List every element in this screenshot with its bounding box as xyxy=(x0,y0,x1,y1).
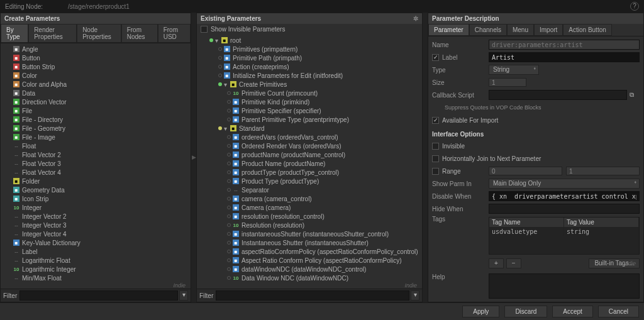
tree-item[interactable]: ■Product Name (productName) xyxy=(197,159,422,168)
panel-divider[interactable]: ▶ xyxy=(191,13,196,302)
type-item[interactable]: --Label xyxy=(1,247,191,256)
tree-item[interactable]: ■aspectRatioConformPolicy (aspectRatioCo… xyxy=(197,247,422,256)
apply-button[interactable]: Apply xyxy=(462,306,499,317)
tree-item[interactable]: ■Aspect Ratio Conform Policy (aspectRati… xyxy=(197,256,422,265)
type-item[interactable]: --Float xyxy=(1,141,191,150)
label-field[interactable] xyxy=(489,52,640,62)
tree-folder[interactable]: ▾■Create Primitives xyxy=(197,80,422,89)
tree-item[interactable]: 10Data Window NDC (dataWindowNDC) xyxy=(197,273,422,282)
tree-item[interactable]: ■Instantaneous Shutter (instantaneousShu… xyxy=(197,238,422,247)
type-item[interactable]: ■File - Directory xyxy=(1,115,191,124)
type-item[interactable]: ■File - Geometry xyxy=(1,124,191,133)
tab-from-nodes[interactable]: From Nodes xyxy=(121,24,158,43)
hjoin-checkbox[interactable] xyxy=(432,155,439,162)
show-invisible-checkbox[interactable] xyxy=(201,26,208,33)
type-item[interactable]: 10Integer xyxy=(1,203,191,212)
tree-item[interactable]: ■productName (productName_control) xyxy=(197,150,422,159)
callback-lang-icon[interactable]: ⧉ xyxy=(630,91,640,99)
help-field[interactable] xyxy=(489,273,640,299)
tab-import[interactable]: Import xyxy=(534,24,563,36)
expand-icon[interactable]: ▾ xyxy=(215,37,220,44)
type-item[interactable]: --Logarithmic Float xyxy=(1,256,191,265)
type-item[interactable]: ■Button Strip xyxy=(1,62,191,71)
help-icon[interactable]: ? xyxy=(630,2,639,11)
tree-item[interactable]: ■Parent Primitive Type (parentprimtype) xyxy=(197,115,422,124)
type-item[interactable]: ■File - Image xyxy=(1,133,191,141)
expand-icon[interactable]: ▾ xyxy=(224,81,229,88)
tab-channels[interactable]: Channels xyxy=(469,24,507,36)
type-item[interactable]: ■File xyxy=(1,106,191,115)
showparm-select[interactable]: Main Dialog Only xyxy=(489,179,640,189)
filter-dropdown-icon[interactable]: ▾ xyxy=(179,290,188,301)
type-item[interactable]: --Integer Vector 2 xyxy=(1,212,191,221)
tree-item[interactable]: ■Initialize Parameters for Edit (initfor… xyxy=(197,71,422,80)
tag-add-button[interactable]: + xyxy=(489,258,504,268)
tree-item[interactable]: ■resolution (resolution_control) xyxy=(197,212,422,221)
type-list[interactable]: ■Angle■Button■Button Strip■Color■Color a… xyxy=(1,43,191,282)
tree-root[interactable]: ▾■root xyxy=(197,36,422,45)
tab-render-properties[interactable]: Render Properties xyxy=(28,24,77,43)
type-item[interactable]: 10Logarithmic Integer xyxy=(1,265,191,273)
type-item[interactable]: ■Data xyxy=(1,89,191,97)
type-item[interactable]: ■Button xyxy=(1,53,191,62)
tree-item[interactable]: --Separator xyxy=(197,185,422,194)
callback-field[interactable] xyxy=(489,90,627,100)
type-item[interactable]: ■Direction Vector xyxy=(1,97,191,106)
tree-folder[interactable]: ▾■Standard xyxy=(197,124,422,133)
tree-item[interactable]: ■Ordered Render Vars (orderedVars) xyxy=(197,141,422,150)
type-item[interactable]: ■Folder xyxy=(1,177,191,185)
discard-button[interactable]: Discard xyxy=(504,306,547,317)
tag-name-cell[interactable]: usdvaluetype xyxy=(489,227,564,236)
expand-icon[interactable]: ▾ xyxy=(224,125,229,132)
tab-from-usd[interactable]: From USD xyxy=(158,24,191,43)
tab-action-button[interactable]: Action Button xyxy=(563,24,611,36)
tree-item[interactable]: ■instantaneousShutter (instantaneousShut… xyxy=(197,229,422,238)
tree-item[interactable]: 10Resolution (resolution) xyxy=(197,221,422,229)
tag-value-cell[interactable]: string xyxy=(564,227,639,236)
range-checkbox[interactable] xyxy=(432,168,439,175)
type-item[interactable]: --Float Vector 3 xyxy=(1,159,191,168)
type-item[interactable]: ■Color and Alpha xyxy=(1,80,191,89)
type-item[interactable]: --Integer Vector 4 xyxy=(1,229,191,238)
type-select[interactable]: String xyxy=(489,65,539,75)
tag-remove-button[interactable]: − xyxy=(506,258,521,268)
name-field[interactable] xyxy=(489,40,640,50)
tree-item[interactable]: ■camera (camera_control) xyxy=(197,194,422,203)
type-item[interactable]: ■Angle xyxy=(1,45,191,53)
accept-button[interactable]: Accept xyxy=(552,306,593,317)
type-item[interactable]: --Float Vector 2 xyxy=(1,150,191,159)
tree-item[interactable]: ■Product Type (productType) xyxy=(197,177,422,185)
arrow-right-icon[interactable]: ▶ xyxy=(192,155,196,160)
filter-input[interactable] xyxy=(19,290,178,301)
type-item[interactable]: ■Key-Value Dictionary xyxy=(1,238,191,247)
tree-item[interactable]: ■orderedVars (orderedVars_control) xyxy=(197,133,422,141)
tab-parameter[interactable]: Parameter xyxy=(428,24,469,36)
tree-item[interactable]: ■Camera (camera) xyxy=(197,203,422,212)
type-item[interactable]: --Float Vector 4 xyxy=(1,168,191,177)
tags-table[interactable]: Tag Name Tag Value usdvaluetype string xyxy=(489,217,640,255)
hidewhen-field[interactable] xyxy=(489,204,640,214)
parameter-tree[interactable]: ▾■root■Primitives (primpattern)■Primitiv… xyxy=(197,35,422,282)
filter-input[interactable] xyxy=(216,290,409,301)
tab-by-type[interactable]: By Type xyxy=(1,24,28,43)
type-item[interactable]: --Min/Max Float xyxy=(1,273,191,282)
type-item[interactable]: ■Color xyxy=(1,71,191,80)
type-item[interactable]: ■Geometry Data xyxy=(1,185,191,194)
type-item[interactable]: --Integer Vector 3 xyxy=(1,221,191,229)
available-import-checkbox[interactable] xyxy=(432,117,439,124)
tab-menu[interactable]: Menu xyxy=(507,24,534,36)
invisible-checkbox[interactable] xyxy=(432,143,439,150)
tree-item[interactable]: ■Primitive Path (primpath) xyxy=(197,53,422,62)
panel-divider[interactable] xyxy=(423,13,428,302)
cancel-button[interactable]: Cancel xyxy=(598,306,639,317)
tree-item[interactable]: ■Primitive Specifier (specifier) xyxy=(197,106,422,115)
type-item[interactable]: ■Icon Strip xyxy=(1,194,191,203)
tree-item[interactable]: ■productType (productType_control) xyxy=(197,168,422,177)
tree-item[interactable]: 10Primitive Count (primcount) xyxy=(197,89,422,97)
disablewhen-field[interactable] xyxy=(489,191,640,201)
tree-item[interactable]: ■Action (createprims) xyxy=(197,62,422,71)
tree-item[interactable]: ■Primitives (primpattern) xyxy=(197,45,422,53)
tab-node-properties[interactable]: Node Properties xyxy=(77,24,121,43)
filter-dropdown-icon[interactable]: ▾ xyxy=(411,290,419,301)
label-checkbox[interactable] xyxy=(432,54,439,61)
